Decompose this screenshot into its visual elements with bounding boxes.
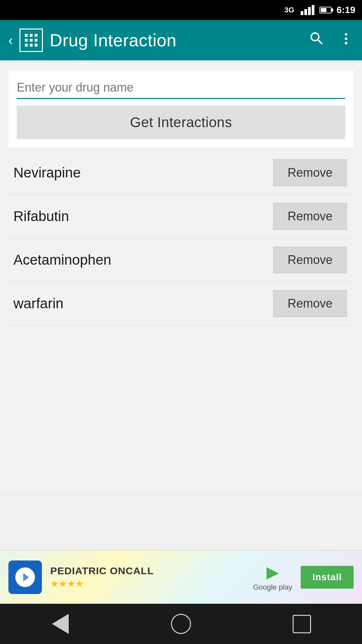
back-nav-button[interactable]	[47, 610, 74, 637]
install-button[interactable]: Install	[301, 566, 354, 589]
remove-rifabutin-button[interactable]: Remove	[273, 203, 347, 230]
svg-rect-1	[30, 34, 33, 37]
list-item: Rifabutin Remove	[8, 195, 354, 238]
status-bar: 3G 6:19	[0, 0, 362, 20]
drug-name-nevirapine: Nevirapine	[13, 165, 81, 181]
recents-nav-button[interactable]	[288, 610, 315, 637]
list-item: warfarin Remove	[8, 282, 354, 325]
svg-rect-2	[35, 34, 38, 37]
recents-nav-icon	[293, 615, 311, 633]
search-icon[interactable]	[308, 30, 325, 50]
home-nav-button[interactable]	[168, 610, 194, 637]
get-interactions-button[interactable]: Get Interactions	[17, 106, 345, 139]
time-display: 6:19	[337, 5, 355, 15]
ad-app-icon	[8, 560, 42, 594]
svg-point-11	[345, 42, 348, 44]
app-bar: ‹ Drug Interaction	[0, 20, 362, 60]
ad-banner[interactable]: PEDIATRIC ONCALL ★★★★ ▶ Google play Inst…	[0, 550, 362, 604]
play-store-icon: ▶	[266, 562, 279, 581]
remove-acetaminophen-button[interactable]: Remove	[273, 247, 347, 273]
svg-rect-8	[35, 44, 38, 46]
drug-name-input[interactable]	[17, 77, 345, 99]
svg-rect-5	[35, 39, 38, 42]
svg-rect-0	[25, 34, 28, 37]
list-item: Acetaminophen Remove	[8, 238, 354, 282]
svg-point-10	[345, 37, 348, 40]
signal-bars	[301, 5, 314, 15]
svg-rect-6	[25, 44, 28, 46]
battery-icon	[319, 7, 331, 13]
drug-list: Nevirapine Remove Rifabutin Remove Aceta…	[8, 151, 354, 325]
remove-warfarin-button[interactable]: Remove	[273, 290, 347, 317]
empty-content-area	[8, 325, 354, 493]
app-logo-icon	[19, 29, 43, 52]
ad-stars: ★★★★	[50, 578, 245, 589]
drug-name-rifabutin: Rifabutin	[13, 208, 69, 224]
bottom-nav	[0, 604, 362, 644]
main-content: Get Interactions Nevirapine Remove Rifab…	[0, 60, 362, 493]
ad-info: PEDIATRIC ONCALL ★★★★	[50, 565, 245, 589]
google-play-label: Google play	[253, 583, 292, 592]
home-nav-icon	[171, 614, 191, 634]
back-nav-icon	[52, 614, 69, 634]
back-icon[interactable]: ‹	[8, 33, 13, 48]
network-label: 3G	[285, 6, 294, 14]
ad-play-area: ▶ Google play	[253, 562, 292, 592]
more-icon[interactable]	[339, 31, 354, 50]
svg-rect-7	[30, 44, 33, 46]
drug-name-warfarin: warfarin	[13, 296, 63, 312]
svg-rect-3	[25, 39, 28, 42]
remove-nevirapine-button[interactable]: Remove	[273, 159, 347, 186]
svg-point-9	[345, 33, 348, 36]
ad-app-name: PEDIATRIC ONCALL	[50, 565, 245, 577]
drug-name-acetaminophen: Acetaminophen	[13, 252, 111, 268]
svg-rect-4	[30, 39, 33, 42]
page-title: Drug Interaction	[50, 30, 302, 50]
search-area: Get Interactions	[8, 70, 354, 148]
list-item: Nevirapine Remove	[8, 151, 354, 195]
